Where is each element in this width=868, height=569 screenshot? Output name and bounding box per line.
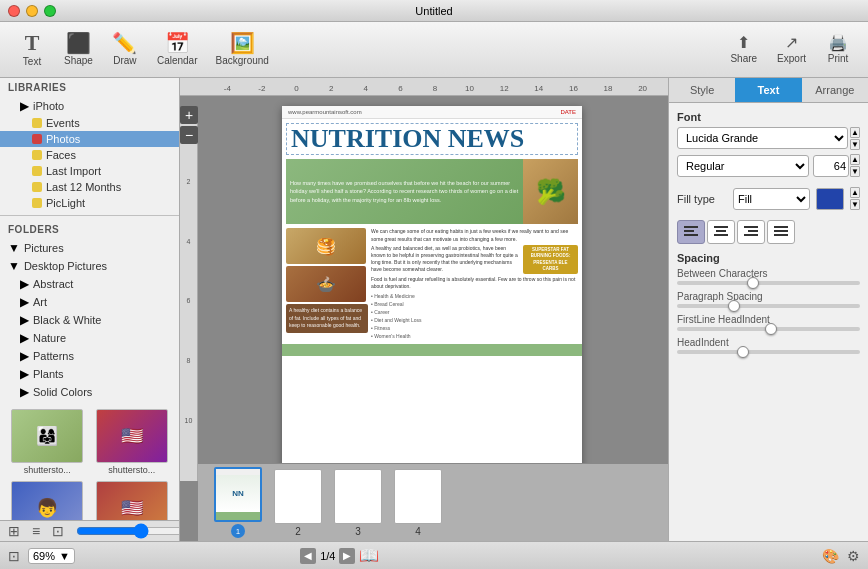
calendar-tool[interactable]: 📅 Calendar [149, 29, 206, 70]
sidebar-item-abstract[interactable]: ▶ Abstract [0, 275, 179, 293]
paragraph-slider[interactable] [677, 304, 860, 308]
between-chars-slider[interactable] [677, 281, 860, 285]
tab-text[interactable]: Text [735, 78, 801, 102]
fill-type-select[interactable]: Fill [733, 188, 810, 210]
zoom-chevron-icon: ▼ [59, 550, 70, 562]
detail-view-button[interactable]: ⊡ [48, 521, 68, 541]
calendar-label: Calendar [157, 55, 198, 66]
align-justify-button[interactable] [767, 220, 795, 244]
size-stepper-down[interactable]: ▼ [850, 166, 860, 177]
between-chars-thumb[interactable] [747, 277, 759, 289]
size-stepper-up[interactable]: ▲ [850, 154, 860, 165]
align-center-button[interactable] [707, 220, 735, 244]
fill-section: Fill type Fill ▲ ▼ [677, 187, 860, 210]
text-label: Text [23, 56, 41, 67]
sidebar-item-nature[interactable]: ▶ Nature [0, 329, 179, 347]
sidebar-item-photos[interactable]: Photos [0, 131, 179, 147]
text-tool[interactable]: T Text [10, 28, 54, 71]
paragraph-thumb[interactable] [728, 300, 740, 312]
bookmark-icon[interactable]: 📖 [359, 546, 379, 565]
zoom-in-button[interactable]: + [180, 106, 198, 124]
page-main-content: 🥞 🍲 A healthy diet contains a balance of… [286, 228, 578, 340]
list-view-button[interactable]: ≡ [28, 521, 44, 541]
page-green-text: How many times have we promised ourselve… [290, 179, 519, 204]
sidebar-item-art[interactable]: ▶ Art [0, 293, 179, 311]
share-button[interactable]: ⬆ Share [722, 31, 765, 68]
shape-tool[interactable]: ⬛ Shape [56, 29, 101, 70]
print-button[interactable]: 🖨️ Print [818, 31, 858, 68]
background-tool[interactable]: 🖼️ Background [208, 29, 277, 70]
canvas-viewport[interactable]: + − www.pearmountainsoft.com DATE NUTRIT… [180, 96, 668, 541]
window-controls[interactable] [8, 5, 56, 17]
font-size-down[interactable]: ▼ [850, 139, 860, 150]
mini-page-1[interactable]: NN 1 [214, 467, 262, 538]
thumbnail-3[interactable]: 👦 shuttersto... [8, 481, 87, 520]
sidebar-item-patterns[interactable]: ▶ Patterns [0, 347, 179, 365]
sidebar-item-last-import[interactable]: Last Import [0, 163, 179, 179]
firstline-thumb[interactable] [765, 323, 777, 335]
sidebar-item-iphoto[interactable]: ▶ iPhoto [0, 97, 179, 115]
sidebar-item-desktop[interactable]: ▼ Desktop Pictures [0, 257, 179, 275]
font-style-row: Regular 64 ▲ ▼ [677, 154, 860, 177]
font-size-up[interactable]: ▲ [850, 127, 860, 138]
desktop-chevron: ▼ [8, 259, 20, 273]
minimize-button[interactable] [26, 5, 38, 17]
sidebar-item-events[interactable]: Events [0, 115, 179, 131]
tab-style[interactable]: Style [669, 78, 735, 102]
close-button[interactable] [8, 5, 20, 17]
svg-rect-5 [714, 234, 728, 236]
align-right-button[interactable] [737, 220, 765, 244]
sidebar-item-pictures[interactable]: ▼ Pictures [0, 239, 179, 257]
zoom-controls: + − [180, 106, 198, 144]
color-picker[interactable] [816, 188, 844, 210]
food-image-2: 🍲 [286, 266, 366, 302]
shape-icon: ⬛ [66, 33, 91, 53]
headindent-row: HeadIndent [677, 337, 860, 354]
thumbnail-1[interactable]: 👨‍👩‍👧 shuttersto... [8, 409, 87, 475]
fill-up[interactable]: ▲ [850, 187, 860, 198]
toolbar: T Text ⬛ Shape ✏️ Draw 📅 Calendar 🖼️ Bac… [0, 22, 868, 78]
mini-thumb-3 [334, 469, 382, 524]
draw-tool[interactable]: ✏️ Draw [103, 29, 147, 70]
right-panel-content: Font Lucida Grande ▲ ▼ Regular 64 [669, 103, 868, 541]
next-page-button[interactable]: ▶ [339, 548, 355, 564]
export-button[interactable]: ↗ Export [769, 31, 814, 68]
sidebar-item-plants[interactable]: ▶ Plants [0, 365, 179, 383]
grid-view-button[interactable]: ⊞ [4, 521, 24, 541]
paragraph-spacing-label: Paragraph Spacing [677, 291, 860, 302]
maximize-button[interactable] [44, 5, 56, 17]
headindent-slider[interactable] [677, 350, 860, 354]
settings-icon[interactable]: ⚙ [847, 548, 860, 564]
font-style-select[interactable]: Regular [677, 155, 809, 177]
fill-down[interactable]: ▼ [850, 199, 860, 210]
size-slider[interactable] [76, 524, 180, 538]
svg-rect-6 [744, 226, 758, 228]
mini-page-4[interactable]: 4 [394, 469, 442, 537]
plants-chevron: ▶ [20, 367, 29, 381]
headindent-thumb[interactable] [737, 346, 749, 358]
thumbnail-4[interactable]: 🇺🇸 shuttersto... [93, 481, 172, 520]
sidebar-item-faces[interactable]: Faces [0, 147, 179, 163]
mini-page-3[interactable]: 3 [334, 469, 382, 537]
veggie-image: 🥦 [523, 159, 578, 224]
tab-arrange[interactable]: Arrange [802, 78, 868, 102]
sidebar-item-last-months[interactable]: Last 12 Months [0, 179, 179, 195]
sidebar-item-black-white[interactable]: ▶ Black & White [0, 311, 179, 329]
thumbnail-2[interactable]: 🇺🇸 shuttersto... [93, 409, 172, 475]
draw-icon: ✏️ [112, 33, 137, 53]
zoom-out-button[interactable]: − [180, 126, 198, 144]
font-size-input[interactable]: 64 [813, 155, 849, 177]
zoom-display[interactable]: 69% ▼ [28, 548, 75, 564]
mini-page-2[interactable]: 2 [274, 469, 322, 537]
prev-page-button[interactable]: ◀ [300, 548, 316, 564]
fill-type-row: Fill type Fill ▲ ▼ [677, 187, 860, 210]
theme-icon[interactable]: 🎨 [822, 548, 839, 564]
page-title-box[interactable]: NUTRITION NEWS [286, 123, 578, 155]
media-icon[interactable]: ⊡ [8, 548, 20, 564]
align-left-button[interactable] [677, 220, 705, 244]
font-family-select[interactable]: Lucida Grande [677, 127, 848, 149]
sidebar-item-solid-colors[interactable]: ▶ Solid Colors [0, 383, 179, 401]
sidebar-item-piclight[interactable]: PicLight [0, 195, 179, 211]
firstline-slider[interactable] [677, 327, 860, 331]
svg-rect-8 [744, 234, 758, 236]
